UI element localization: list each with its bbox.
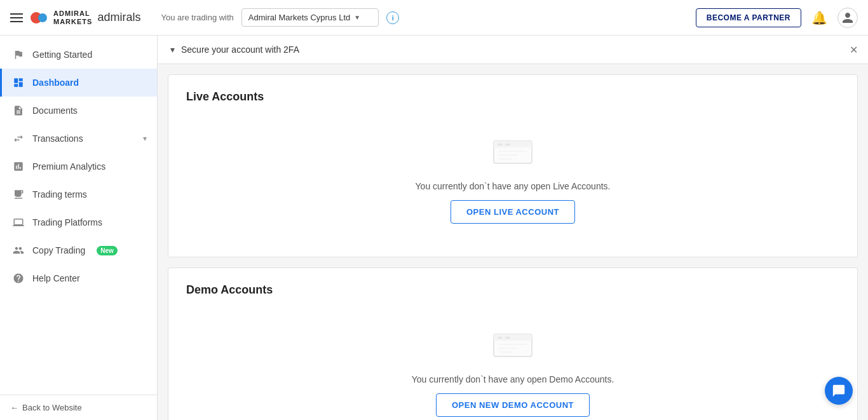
svg-rect-11 bbox=[499, 344, 527, 345]
chat-bubble[interactable] bbox=[825, 377, 853, 405]
entity-name: Admiral Markets Cyprus Ltd bbox=[248, 13, 350, 22]
help-icon bbox=[12, 272, 25, 285]
back-arrow-icon: ← bbox=[10, 403, 18, 412]
trading-terms-label: Trading terms bbox=[32, 189, 87, 200]
copy-trading-icon bbox=[12, 244, 25, 257]
sidebar-item-dashboard[interactable]: Dashboard bbox=[0, 69, 157, 97]
copy-trading-label: Copy Trading bbox=[32, 245, 85, 255]
back-label: Back to Website bbox=[22, 403, 82, 412]
transactions-label: Transactions bbox=[32, 133, 83, 144]
demo-accounts-empty-icon bbox=[487, 325, 538, 365]
dashboard-label: Dashboard bbox=[32, 78, 79, 88]
dashboard-icon bbox=[12, 76, 25, 89]
svg-rect-13 bbox=[499, 351, 512, 353]
svg-rect-12 bbox=[499, 348, 518, 349]
demo-accounts-title: Demo Accounts bbox=[186, 283, 839, 297]
sidebar-item-trading-terms[interactable]: Trading terms bbox=[0, 180, 157, 208]
svg-rect-10 bbox=[505, 337, 510, 339]
twofa-banner: ▾ Secure your account with 2FA ✕ bbox=[158, 36, 868, 64]
sidebar-footer: ← Back to Website bbox=[0, 395, 157, 420]
logo: ADMIRALMARKETS admirals bbox=[31, 10, 140, 25]
entity-select[interactable]: Admiral Markets Cyprus Ltd ▼ bbox=[241, 8, 379, 27]
new-badge: New bbox=[97, 246, 118, 255]
main-content: ▾ Secure your account with 2FA ✕ Live Ac… bbox=[158, 36, 868, 420]
back-to-website-link[interactable]: ← Back to Website bbox=[10, 403, 147, 412]
live-accounts-empty-state: You currently don`t have any open Live A… bbox=[186, 119, 839, 241]
documents-label: Documents bbox=[32, 105, 78, 116]
svg-rect-3 bbox=[505, 144, 510, 146]
sidebar-nav: Getting Started Dashboard Documents Tran… bbox=[0, 36, 157, 395]
sidebar-item-help-center[interactable]: Help Center bbox=[0, 264, 157, 292]
analytics-icon bbox=[12, 160, 25, 173]
demo-accounts-empty-text: You currently don`t have any open Demo A… bbox=[412, 374, 614, 384]
getting-started-label: Getting Started bbox=[32, 50, 92, 60]
logo-admirals: admirals bbox=[97, 11, 140, 24]
svg-rect-9 bbox=[498, 337, 503, 339]
premium-analytics-label: Premium Analytics bbox=[32, 161, 105, 172]
demo-accounts-empty-state: You currently don`t have any open Demo A… bbox=[186, 312, 839, 420]
documents-icon bbox=[12, 104, 25, 117]
header-right: BECOME A PARTNER 🔔 bbox=[696, 8, 858, 28]
live-accounts-empty-icon bbox=[487, 132, 538, 172]
demo-accounts-section: Demo Accounts You currently don`t have a… bbox=[168, 268, 858, 420]
open-demo-account-button[interactable]: OPEN NEW DEMO ACCOUNT bbox=[436, 393, 590, 417]
become-partner-button[interactable]: BECOME A PARTNER bbox=[696, 8, 801, 27]
flag-icon bbox=[12, 48, 25, 61]
twofa-text: Secure your account with 2FA bbox=[181, 44, 299, 55]
layout: Getting Started Dashboard Documents Tran… bbox=[0, 36, 868, 420]
user-icon[interactable] bbox=[837, 8, 858, 28]
help-center-label: Help Center bbox=[32, 273, 80, 283]
open-live-account-button[interactable]: OPEN LIVE ACCOUNT bbox=[451, 200, 575, 224]
menu-icon[interactable] bbox=[10, 13, 23, 22]
logo-circle-blue bbox=[38, 13, 47, 22]
trading-terms-icon bbox=[12, 188, 25, 201]
entity-select-arrow-icon: ▼ bbox=[354, 14, 360, 21]
info-icon[interactable]: i bbox=[386, 11, 399, 24]
svg-rect-4 bbox=[499, 151, 527, 152]
sidebar-item-transactions[interactable]: Transactions ▾ bbox=[0, 125, 157, 152]
svg-rect-5 bbox=[499, 154, 518, 156]
transactions-expand-icon: ▾ bbox=[143, 134, 147, 143]
twofa-chevron-icon[interactable]: ▾ bbox=[170, 44, 175, 55]
live-accounts-section: Live Accounts You currently don`t have a… bbox=[168, 74, 858, 257]
sidebar-item-premium-analytics[interactable]: Premium Analytics bbox=[0, 152, 157, 180]
sidebar-item-getting-started[interactable]: Getting Started bbox=[0, 41, 157, 69]
trading-platforms-icon bbox=[12, 216, 25, 229]
live-accounts-title: Live Accounts bbox=[186, 90, 839, 104]
header: ADMIRALMARKETS admirals You are trading … bbox=[0, 0, 868, 36]
sidebar: Getting Started Dashboard Documents Tran… bbox=[0, 36, 158, 420]
sidebar-item-copy-trading[interactable]: Copy Trading New bbox=[0, 236, 157, 264]
svg-rect-6 bbox=[499, 158, 512, 159]
trading-platforms-label: Trading Platforms bbox=[32, 217, 102, 227]
twofa-close-button[interactable]: ✕ bbox=[850, 44, 858, 56]
logo-admiral-markets: ADMIRALMARKETS bbox=[53, 10, 92, 25]
live-accounts-empty-text: You currently don`t have any open Live A… bbox=[416, 181, 611, 191]
header-left: ADMIRALMARKETS admirals You are trading … bbox=[10, 8, 399, 27]
svg-rect-2 bbox=[498, 144, 503, 146]
sidebar-item-documents[interactable]: Documents bbox=[0, 97, 157, 125]
transactions-icon bbox=[12, 132, 25, 145]
sidebar-item-trading-platforms[interactable]: Trading Platforms bbox=[0, 208, 157, 236]
trading-with-label: You are trading with bbox=[161, 13, 233, 22]
bell-icon[interactable]: 🔔 bbox=[811, 10, 827, 25]
